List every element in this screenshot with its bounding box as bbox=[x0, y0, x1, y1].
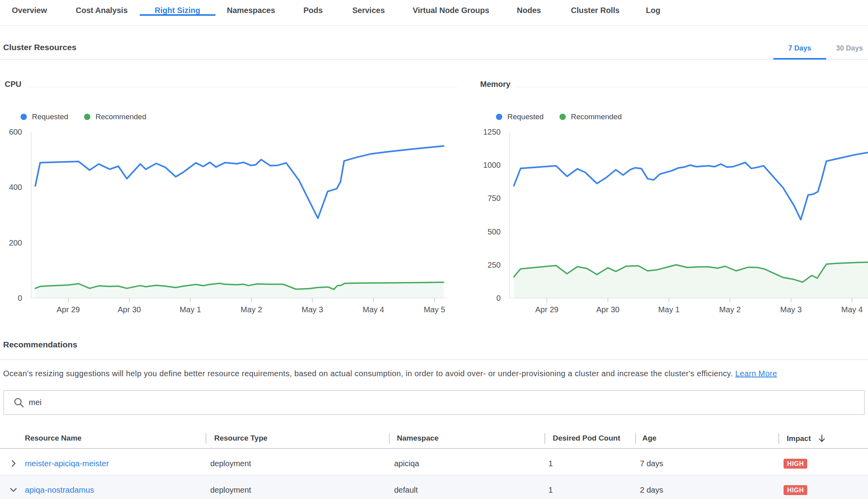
y-tick-label: 250 bbox=[488, 261, 501, 269]
column-header-resource-name[interactable]: Resource Name bbox=[25, 434, 82, 443]
y-tick-label: 1250 bbox=[483, 128, 501, 136]
tab-nodes[interactable]: Nodes bbox=[502, 0, 556, 15]
x-tick-label: May 4 bbox=[363, 305, 384, 314]
chart-title-cpu: CPU bbox=[5, 80, 21, 89]
column-separator bbox=[635, 433, 636, 444]
tab-right-sizing[interactable]: Right Sizing bbox=[140, 0, 215, 15]
search-icon bbox=[13, 397, 24, 408]
y-tick-label: 500 bbox=[488, 227, 501, 236]
chart-head-memory: Memory bbox=[480, 80, 868, 89]
cell-type: deployment bbox=[210, 475, 251, 499]
search-box bbox=[3, 390, 865, 415]
x-tick-label: May 2 bbox=[719, 305, 741, 314]
tab-bar: OverviewCost AnalysisRight SizingNamespa… bbox=[0, 0, 868, 26]
chevron-down-icon[interactable] bbox=[9, 475, 18, 499]
cell-name: apiqa-nostradamus bbox=[25, 475, 94, 499]
learn-more-link[interactable]: Learn More bbox=[735, 369, 777, 378]
range-30-days[interactable]: 30 Days bbox=[821, 27, 868, 59]
column-header-label: Namespace bbox=[397, 434, 439, 443]
column-header-desired-pod-count[interactable]: Desired Pod Count bbox=[553, 434, 620, 443]
chart-svg-memory: 025050075010001250Apr 29Apr 30May 1May 2… bbox=[475, 118, 868, 316]
cell-impact: HIGH bbox=[784, 449, 807, 475]
y-tick-label: 0 bbox=[18, 294, 22, 302]
x-tick-label: May 3 bbox=[302, 305, 323, 314]
search-input[interactable] bbox=[29, 391, 864, 414]
requested-line bbox=[36, 146, 444, 218]
charts-row: CPURequestedRecommended0200400600Apr 29A… bbox=[0, 60, 868, 320]
column-separator bbox=[544, 433, 545, 444]
cell-age: 7 days bbox=[640, 449, 663, 475]
tab-services[interactable]: Services bbox=[337, 0, 400, 15]
recommendations-title: Recommendations bbox=[3, 340, 77, 349]
y-tick-label: 750 bbox=[488, 194, 501, 203]
cell-namespace: apiciqa bbox=[394, 449, 419, 475]
tab-virtual-node-groups[interactable]: Virtual Node Groups bbox=[398, 0, 504, 15]
table-row-apiqa-nostradamus: apiqa-nostradamusdeploymentdefault12 day… bbox=[0, 475, 868, 499]
x-tick-label: May 1 bbox=[180, 305, 201, 314]
chart-svg-cpu: 0200400600Apr 29Apr 30May 1May 2May 3May… bbox=[0, 118, 458, 316]
recommendations-description: Ocean's resizing suggestions will help y… bbox=[3, 368, 851, 379]
cell-desired-pod-count: 1 bbox=[548, 449, 553, 475]
resource-name-link[interactable]: meister-apiciqa-meister bbox=[25, 459, 109, 468]
column-header-resource-type[interactable]: Resource Type bbox=[214, 434, 268, 443]
x-tick-label: May 1 bbox=[658, 305, 679, 314]
y-tick-label: 200 bbox=[9, 238, 22, 247]
tab-overview[interactable]: Overview bbox=[0, 0, 62, 15]
column-header-label: Age bbox=[642, 434, 657, 443]
x-tick-label: Apr 30 bbox=[596, 305, 619, 314]
tab-log[interactable]: Log bbox=[631, 0, 675, 15]
tab-namespaces[interactable]: Namespaces bbox=[212, 0, 290, 15]
range-toggle: 7 Days30 Days bbox=[0, 27, 868, 59]
x-tick-label: May 4 bbox=[841, 305, 862, 314]
column-header-namespace[interactable]: Namespace bbox=[397, 434, 439, 443]
tab-cost-analysis[interactable]: Cost Analysis bbox=[61, 0, 143, 15]
tab-pods[interactable]: Pods bbox=[288, 0, 338, 15]
column-header-age[interactable]: Age bbox=[642, 434, 657, 443]
column-header-impact[interactable]: Impact bbox=[787, 434, 826, 443]
column-header-label: Desired Pod Count bbox=[553, 434, 620, 443]
chart-title-rule bbox=[517, 87, 868, 87]
y-tick-label: 1000 bbox=[483, 161, 501, 169]
chart-panel-cpu: CPURequestedRecommended0200400600Apr 29A… bbox=[0, 60, 458, 320]
range-7-days[interactable]: 7 Days bbox=[773, 27, 826, 59]
column-header-label: Impact bbox=[787, 434, 811, 443]
impact-badge-high: HIGH bbox=[784, 459, 807, 469]
cell-name: meister-apiciqa-meister bbox=[25, 449, 109, 475]
x-tick-label: Apr 29 bbox=[535, 305, 559, 314]
x-tick-label: Apr 29 bbox=[57, 305, 80, 314]
x-tick-label: May 3 bbox=[780, 305, 802, 314]
column-header-label: Resource Type bbox=[214, 434, 268, 443]
x-tick-label: May 2 bbox=[241, 305, 262, 314]
x-tick-label: Apr 30 bbox=[118, 305, 141, 314]
chart-panel-memory: MemoryRequestedRecommended02505007501000… bbox=[475, 60, 868, 320]
column-header-label: Resource Name bbox=[25, 434, 82, 443]
resource-name-link[interactable]: apiqa-nostradamus bbox=[25, 485, 94, 495]
sort-desc-arrow-icon bbox=[818, 434, 826, 443]
chart-head-cpu: CPU bbox=[5, 80, 458, 89]
chart-title-rule bbox=[28, 87, 458, 87]
table-row-meister-apiciqa-meister: meister-apiciqa-meisterdeploymentapiciqa… bbox=[0, 449, 868, 475]
cell-desired-pod-count: 1 bbox=[548, 475, 553, 499]
recommendations-divider bbox=[0, 359, 868, 360]
cell-age: 2 days bbox=[640, 475, 663, 499]
x-tick-label: May 5 bbox=[424, 305, 445, 314]
column-separator bbox=[389, 433, 390, 444]
impact-badge-high: HIGH bbox=[784, 485, 807, 495]
table-header: Resource NameResource TypeNamespaceDesir… bbox=[0, 428, 868, 449]
tab-cluster-rolls[interactable]: Cluster Rolls bbox=[556, 0, 634, 15]
cell-type: deployment bbox=[210, 449, 251, 475]
column-separator bbox=[206, 433, 206, 444]
chevron-right-icon[interactable] bbox=[9, 449, 18, 475]
cell-impact: HIGH bbox=[784, 475, 807, 499]
requested-line bbox=[514, 149, 868, 219]
y-tick-label: 600 bbox=[9, 128, 22, 136]
column-separator bbox=[778, 433, 779, 444]
cell-namespace: default bbox=[394, 475, 418, 499]
y-tick-label: 400 bbox=[9, 183, 22, 191]
chart-title-memory: Memory bbox=[480, 80, 511, 89]
recommendations-description-text: Ocean's resizing suggestions will help y… bbox=[3, 369, 733, 378]
y-tick-label: 0 bbox=[496, 294, 501, 302]
cluster-resources-header: Cluster Resources 7 Days30 Days bbox=[0, 27, 868, 60]
